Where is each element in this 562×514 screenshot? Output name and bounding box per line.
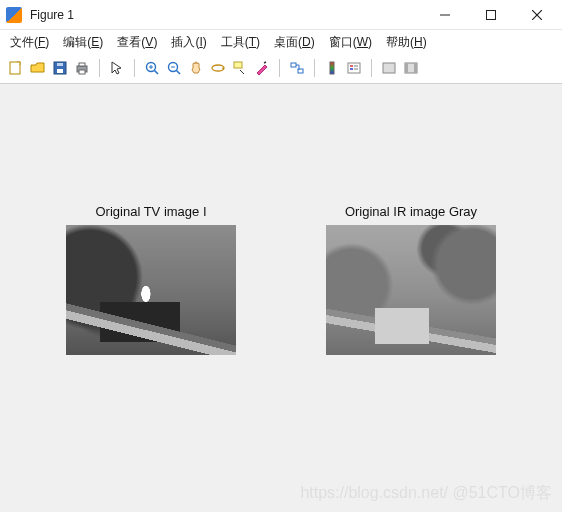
close-icon — [532, 10, 542, 20]
new-figure-icon — [8, 60, 24, 76]
menu-desktop[interactable]: 桌面(D) — [274, 34, 315, 51]
svg-rect-23 — [348, 63, 360, 73]
maximize-button[interactable] — [468, 0, 514, 30]
save-icon — [52, 60, 68, 76]
menu-view[interactable]: 查看(V) — [117, 34, 157, 51]
close-button[interactable] — [514, 0, 560, 30]
minimize-button[interactable] — [422, 0, 468, 30]
colorbar-button[interactable] — [322, 58, 342, 78]
menu-help[interactable]: 帮助(H) — [386, 34, 427, 51]
svg-rect-9 — [79, 63, 85, 66]
watermark: https://blog.csdn.net/ @51CTO博客 — [300, 483, 552, 504]
brush-icon — [254, 60, 270, 76]
show-plot-tools-button[interactable] — [401, 58, 421, 78]
hide-tools-icon — [381, 60, 397, 76]
subplot-left-title: Original TV image I — [66, 204, 236, 219]
print-icon — [74, 60, 90, 76]
maximize-icon — [486, 10, 496, 20]
matlab-icon — [6, 7, 22, 23]
legend-button[interactable] — [344, 58, 364, 78]
figure-canvas: Original TV image I Original IR image Gr… — [0, 84, 562, 512]
figure-toolbar — [0, 55, 562, 84]
toolbar-separator — [99, 59, 100, 77]
show-tools-icon — [403, 60, 419, 76]
svg-rect-28 — [383, 63, 395, 73]
menubar: 文件(F) 编辑(E) 查看(V) 插入(I) 工具(T) 桌面(D) 窗口(W… — [0, 30, 562, 55]
window-controls — [422, 0, 560, 30]
svg-rect-30 — [405, 63, 408, 73]
pan-button[interactable] — [186, 58, 206, 78]
zoom-in-icon — [144, 60, 160, 76]
link-plots-icon — [289, 60, 305, 76]
svg-rect-22 — [330, 62, 334, 74]
toolbar-separator — [134, 59, 135, 77]
toolbar-separator — [371, 59, 372, 77]
svg-rect-10 — [79, 70, 85, 74]
pointer-icon — [109, 60, 125, 76]
new-figure-button[interactable] — [6, 58, 26, 78]
svg-rect-20 — [291, 63, 296, 67]
data-cursor-icon — [232, 60, 248, 76]
hide-plot-tools-button[interactable] — [379, 58, 399, 78]
print-button[interactable] — [72, 58, 92, 78]
window-title: Figure 1 — [30, 8, 74, 22]
menu-window[interactable]: 窗口(W) — [329, 34, 372, 51]
titlebar: Figure 1 — [0, 0, 562, 30]
menu-tools[interactable]: 工具(T) — [221, 34, 260, 51]
ir-image-content — [326, 225, 496, 355]
svg-rect-4 — [10, 62, 20, 74]
svg-rect-1 — [487, 10, 496, 19]
menu-edit[interactable]: 编辑(E) — [63, 34, 103, 51]
colorbar-icon — [324, 60, 340, 76]
zoom-out-button[interactable] — [164, 58, 184, 78]
svg-line-12 — [155, 71, 159, 75]
pointer-button[interactable] — [107, 58, 127, 78]
svg-rect-19 — [234, 62, 242, 68]
menu-file[interactable]: 文件(F) — [10, 34, 49, 51]
subplot-right-title: Original IR image Gray — [326, 204, 496, 219]
svg-rect-7 — [57, 63, 63, 66]
rotate-3d-icon — [210, 60, 226, 76]
tv-image — [66, 225, 236, 355]
open-folder-icon — [30, 60, 46, 76]
svg-rect-6 — [57, 69, 63, 73]
ir-image — [326, 225, 496, 355]
save-button[interactable] — [50, 58, 70, 78]
subplot-left: Original TV image I — [66, 204, 236, 355]
menu-insert[interactable]: 插入(I) — [171, 34, 206, 51]
link-button[interactable] — [287, 58, 307, 78]
open-button[interactable] — [28, 58, 48, 78]
brush-button[interactable] — [252, 58, 272, 78]
minimize-icon — [440, 10, 450, 20]
svg-point-18 — [212, 65, 224, 71]
svg-rect-31 — [414, 63, 417, 73]
rotate-button[interactable] — [208, 58, 228, 78]
svg-line-16 — [177, 71, 181, 75]
zoom-in-button[interactable] — [142, 58, 162, 78]
legend-icon — [346, 60, 362, 76]
toolbar-separator — [314, 59, 315, 77]
subplot-right: Original IR image Gray — [326, 204, 496, 355]
zoom-out-icon — [166, 60, 182, 76]
tv-image-content — [66, 225, 236, 355]
data-cursor-button[interactable] — [230, 58, 250, 78]
pan-hand-icon — [188, 60, 204, 76]
toolbar-separator — [279, 59, 280, 77]
